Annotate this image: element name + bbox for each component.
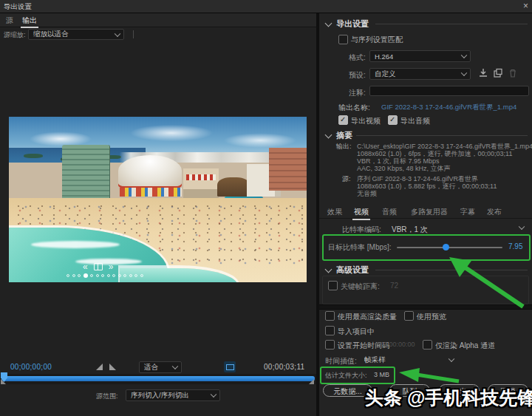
zoom-fit-dropdown[interactable]: 适合	[139, 361, 182, 373]
start-timecode-value: 00:00:00:00	[380, 341, 415, 348]
output-name-label: 输出名称:	[338, 103, 370, 113]
section-line	[375, 24, 528, 24]
bitrate-encoding-value[interactable]: VBR，1 次	[392, 225, 428, 235]
prev-icon[interactable]: «	[83, 263, 88, 270]
zoom-fit-value: 适合	[144, 363, 158, 372]
scrubber-bar[interactable]	[1, 376, 315, 381]
tab-strip-line	[319, 218, 532, 219]
pagination-dot[interactable]	[66, 274, 69, 277]
tab-multiplexer[interactable]: 多路复用器	[411, 207, 448, 217]
pagination-dot[interactable]	[96, 274, 99, 277]
tab-effects[interactable]: 效果	[327, 207, 342, 217]
title-bar: 导出设置 ×	[0, 0, 532, 13]
preset-value: 自定义	[375, 69, 396, 79]
pagination-dot[interactable]	[118, 274, 121, 277]
pagination-dot[interactable]	[134, 274, 137, 277]
estimated-size-value: 3 MB	[374, 371, 389, 378]
match-sequence-label: 与序列设置匹配	[351, 35, 403, 45]
export-audio-label: 导出音频	[400, 116, 430, 126]
preset-label: 预设:	[349, 70, 366, 81]
tab-audio[interactable]: 音频	[382, 207, 397, 217]
pagination-dot[interactable]	[129, 274, 132, 277]
render-alpha-label: 仅渲染 Alpha 通道	[435, 341, 495, 351]
chevron-down-icon	[461, 52, 467, 58]
source-scale-value: 缩放以适合	[33, 30, 69, 39]
tab-publish[interactable]: 发布	[487, 207, 502, 217]
summary-header: 摘要	[336, 130, 352, 141]
annotation-arrow-filesize	[396, 366, 463, 386]
pagination-dot[interactable]	[123, 274, 126, 277]
comment-input[interactable]	[369, 86, 529, 96]
summary-output-label: 输出:	[336, 142, 352, 151]
keyframe-distance-checkbox[interactable]	[328, 281, 338, 290]
current-timecode[interactable]: 00;00;00;00	[10, 363, 52, 371]
delete-preset-icon[interactable]	[508, 68, 518, 78]
set-out-point-icon[interactable]	[109, 364, 116, 370]
pagination-dot[interactable]	[101, 274, 104, 277]
export-settings-dialog: 导出设置 × 源 输出 源缩放: 缩放以适合	[0, 0, 532, 416]
time-interpolation-label: 时间插值:	[325, 356, 357, 366]
summary-output-line: AAC, 320 Kbps, 48 kHz, 立体声	[357, 164, 451, 174]
save-preset-icon[interactable]	[478, 68, 488, 78]
pagination-dot[interactable]	[72, 274, 75, 277]
source-range-value: 序列切入/序列切出	[131, 391, 189, 400]
close-icon[interactable]: ×	[523, 1, 528, 11]
keyframe-distance-value: 72	[390, 282, 398, 290]
import-into-project-checkbox[interactable]	[325, 326, 335, 335]
next-icon[interactable]: »	[109, 263, 114, 270]
preview-foam	[31, 241, 120, 248]
source-scale-dropdown[interactable]: 缩放以适合	[28, 29, 124, 40]
export-audio-checkbox[interactable]	[388, 115, 398, 125]
pagination-dot[interactable]	[83, 273, 88, 278]
pagination-dot[interactable]	[112, 274, 115, 277]
bitrate-encoding-label: 比特率编码:	[342, 225, 381, 235]
building-pink-hotel	[269, 148, 307, 191]
chevron-down-icon	[449, 356, 454, 362]
preset-dropdown[interactable]: 自定义	[369, 68, 471, 80]
preview-tab-strip: 源 输出	[0, 13, 316, 27]
fit-screen-icon[interactable]	[224, 361, 236, 372]
trim-handle-left[interactable]	[1, 379, 6, 384]
format-value: H.264	[375, 52, 393, 61]
set-start-timecode-checkbox[interactable]	[325, 340, 335, 349]
pagination-dot[interactable]	[90, 274, 93, 277]
set-in-point-icon[interactable]	[96, 364, 103, 370]
chevron-down-icon	[461, 70, 467, 76]
window-title: 导出设置	[4, 2, 32, 12]
section-line	[356, 135, 528, 136]
building-color-strip	[120, 188, 182, 197]
chevron-down-icon	[172, 364, 178, 369]
building-thatch-roof	[217, 177, 250, 197]
building-awning	[186, 174, 216, 180]
building-beige	[183, 168, 219, 198]
pagination-dot[interactable]	[107, 274, 110, 277]
summary-source-label: 源:	[342, 174, 351, 184]
import-preset-icon[interactable]	[493, 68, 503, 78]
match-sequence-checkbox[interactable]	[338, 35, 348, 44]
export-video-checkbox[interactable]	[338, 115, 348, 125]
source-range-label: 源范围:	[96, 392, 118, 401]
gallery-icon[interactable]	[94, 263, 103, 270]
pagination-dot[interactable]	[140, 274, 143, 277]
use-max-quality-label: 使用最高渲染质量	[338, 312, 397, 322]
building-green-hotel	[62, 145, 109, 202]
format-dropdown[interactable]: H.264	[369, 50, 471, 62]
video-preview[interactable]: « »	[9, 117, 307, 282]
tab-source[interactable]: 源	[6, 16, 13, 26]
import-into-project-label: 导入项目中	[338, 327, 375, 337]
use-preview-checkbox[interactable]	[404, 311, 414, 321]
tab-video[interactable]: 视频	[354, 207, 369, 217]
building-white-dome	[118, 155, 182, 186]
time-interpolation-dropdown[interactable]: 帧采样	[359, 354, 458, 366]
pagination-dot[interactable]	[78, 274, 81, 277]
toolbar-separator	[133, 30, 134, 38]
render-alpha-checkbox[interactable]	[423, 340, 432, 349]
trim-handle-right[interactable]	[309, 379, 314, 384]
output-name-link[interactable]: GIF 2022-8-3 17-24-46.gifVR看世界_1.mp4	[381, 103, 516, 112]
summary-source-line: 无音频	[357, 189, 377, 199]
pagination-dots[interactable]	[66, 273, 143, 278]
use-max-quality-checkbox[interactable]	[325, 311, 335, 321]
tab-captions[interactable]: 字幕	[460, 207, 475, 217]
source-range-dropdown[interactable]: 序列切入/序列切出	[126, 389, 220, 401]
tab-output[interactable]: 输出	[22, 16, 37, 26]
